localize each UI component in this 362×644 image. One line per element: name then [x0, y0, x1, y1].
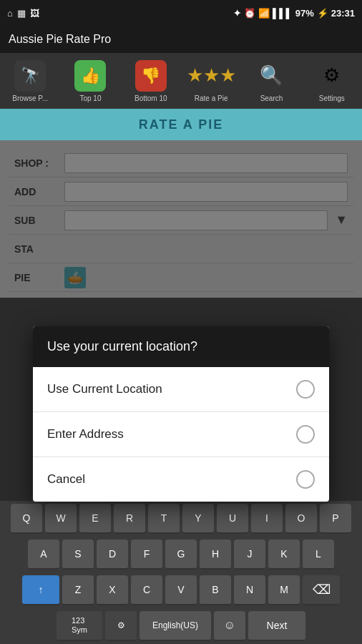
bluetooth-icon: ✦: [233, 8, 241, 19]
grid-icon: ▦: [17, 8, 26, 19]
key-j[interactable]: J: [234, 540, 265, 570]
nav-top10[interactable]: 👍 Top 10: [60, 53, 120, 109]
enter-address-radio[interactable]: [296, 425, 315, 444]
key-z[interactable]: Z: [62, 575, 94, 605]
top10-icon: 👍: [74, 60, 106, 92]
key-s[interactable]: S: [62, 540, 94, 570]
wifi-icon: 📶: [258, 8, 270, 19]
nav-settings[interactable]: ⚙ Settings: [302, 53, 362, 109]
nav-bottom10[interactable]: 👎 Bottom 10: [121, 53, 181, 109]
key-t[interactable]: T: [148, 504, 180, 534]
search-icon: 🔍: [255, 60, 287, 92]
browse-icon: 🔭: [14, 60, 46, 92]
location-dialog: Use your current location? Use Current L…: [33, 326, 329, 502]
key-x[interactable]: X: [97, 575, 128, 605]
key-i[interactable]: I: [251, 504, 283, 534]
shift-key[interactable]: ↑: [22, 575, 59, 605]
keyboard-row-1: Q W E R T Y U I O P: [0, 501, 362, 537]
keyboard-row-3: ↑ Z X C V B N M ⌫: [0, 572, 362, 608]
rate-icon: ★★★: [195, 60, 227, 92]
battery-level: 97%: [295, 8, 314, 19]
next-key[interactable]: Next: [248, 611, 305, 641]
nav-top10-label: Top 10: [79, 94, 101, 102]
space-key[interactable]: English(US): [140, 611, 211, 641]
bottom10-icon: 👎: [135, 60, 167, 92]
nav-browse-label: Browse P...: [12, 94, 48, 102]
key-q[interactable]: Q: [11, 504, 42, 534]
key-g[interactable]: G: [165, 540, 197, 570]
keyboard-settings-key[interactable]: ⚙: [105, 611, 137, 641]
signal-icon: ▌▌▌: [273, 8, 293, 19]
nav-browse[interactable]: 🔭 Browse P...: [0, 53, 60, 109]
content-area: SHOP : ADD SUB ▼ STA PIE 🥧 Use your curr…: [0, 140, 362, 298]
nav-bottom10-label: Bottom 10: [134, 94, 167, 102]
key-v[interactable]: V: [165, 575, 197, 605]
nav-rate-label: Rate a Pie: [195, 94, 228, 102]
page-header: RATE A PIE: [0, 109, 362, 140]
emoji-key[interactable]: ☺: [214, 611, 245, 641]
nav-rate[interactable]: ★★★ Rate a Pie: [181, 53, 241, 109]
key-h[interactable]: H: [200, 540, 231, 570]
key-b[interactable]: B: [200, 575, 231, 605]
key-c[interactable]: C: [131, 575, 162, 605]
status-left-icons: ⌂ ▦ 🖼: [7, 8, 39, 19]
key-o[interactable]: O: [285, 504, 317, 534]
key-f[interactable]: F: [131, 540, 162, 570]
alarm-icon: ⏰: [244, 8, 255, 19]
key-p[interactable]: P: [320, 504, 351, 534]
key-y[interactable]: Y: [182, 504, 214, 534]
cancel-option[interactable]: Cancel: [33, 457, 329, 502]
nav-bar: 🔭 Browse P... 👍 Top 10 👎 Bottom 10 ★★★ R…: [0, 53, 362, 109]
key-a[interactable]: A: [28, 540, 59, 570]
key-u[interactable]: U: [217, 504, 248, 534]
key-d[interactable]: D: [97, 540, 128, 570]
nav-search[interactable]: 🔍 Search: [241, 53, 301, 109]
dialog-title: Use your current location?: [47, 339, 197, 353]
cancel-radio[interactable]: [296, 470, 315, 489]
key-l[interactable]: L: [303, 540, 334, 570]
use-current-radio[interactable]: [296, 380, 315, 399]
key-k[interactable]: K: [268, 540, 300, 570]
keyboard-row-2: A S D F G H J K L: [0, 537, 362, 572]
use-current-location-option[interactable]: Use Current Location: [33, 367, 329, 412]
nav-search-label: Search: [260, 94, 283, 102]
keyboard: Q W E R T Y U I O P A S D F G H J K L ↑ …: [0, 501, 362, 644]
page-header-title: RATE A PIE: [139, 117, 223, 132]
settings-icon: ⚙: [316, 60, 348, 92]
backspace-key[interactable]: ⌫: [303, 575, 340, 605]
overlay: [0, 140, 362, 298]
image-icon: 🖼: [30, 8, 39, 19]
battery-icon: ⚡: [317, 8, 328, 19]
key-n[interactable]: N: [234, 575, 265, 605]
status-bar: ⌂ ▦ 🖼 ✦ ⏰ 📶 ▌▌▌ 97% ⚡ 23:31: [0, 0, 362, 26]
sym-key[interactable]: 123Sym: [57, 611, 102, 641]
cancel-label: Cancel: [47, 472, 85, 487]
app-title: Aussie Pie Rate Pro: [9, 33, 111, 46]
use-current-label: Use Current Location: [47, 382, 162, 396]
usb-icon: ⌂: [7, 8, 13, 19]
key-e[interactable]: E: [79, 504, 111, 534]
enter-address-label: Enter Address: [47, 427, 124, 441]
key-w[interactable]: W: [45, 504, 77, 534]
app-title-bar: Aussie Pie Rate Pro: [0, 26, 362, 53]
nav-settings-label: Settings: [319, 94, 345, 102]
key-m[interactable]: M: [268, 575, 300, 605]
enter-address-option[interactable]: Enter Address: [33, 412, 329, 457]
keyboard-row-4: 123Sym ⚙ English(US) ☺ Next: [0, 608, 362, 644]
dialog-header: Use your current location?: [33, 326, 329, 367]
status-right-icons: ✦ ⏰ 📶 ▌▌▌ 97% ⚡ 23:31: [233, 8, 355, 19]
key-r[interactable]: R: [114, 504, 145, 534]
clock: 23:31: [331, 8, 355, 19]
